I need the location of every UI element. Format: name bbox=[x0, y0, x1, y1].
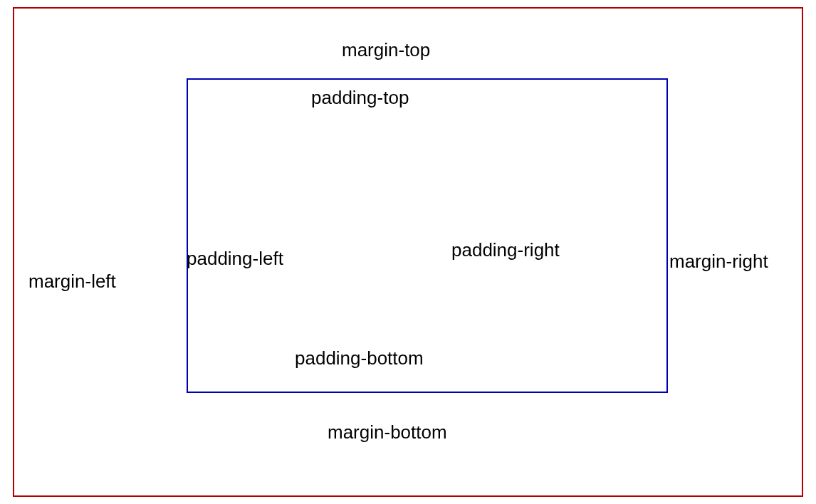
margin-right-label: margin-right bbox=[669, 251, 768, 273]
padding-right-label: padding-right bbox=[451, 239, 560, 261]
margin-bottom-label: margin-bottom bbox=[328, 421, 447, 443]
padding-bottom-label: padding-bottom bbox=[295, 347, 424, 369]
padding-top-label: padding-top bbox=[311, 87, 409, 109]
margin-top-label: margin-top bbox=[342, 39, 430, 61]
padding-box bbox=[187, 78, 668, 393]
padding-left-label: padding-left bbox=[187, 248, 283, 270]
margin-left-label: margin-left bbox=[28, 271, 116, 293]
